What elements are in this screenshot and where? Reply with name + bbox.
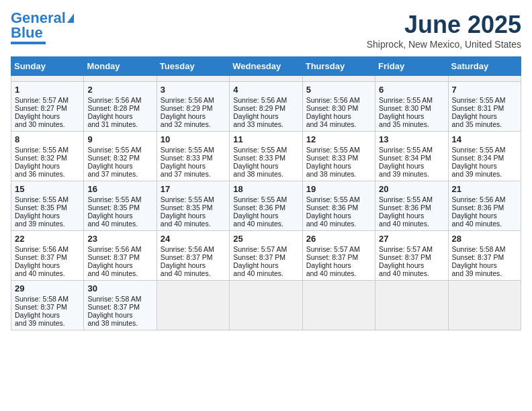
table-row: 24Sunrise: 5:56 AMSunset: 8:37 PMDayligh… — [157, 231, 229, 281]
table-row: 8Sunrise: 5:55 AMSunset: 8:32 PMDaylight… — [11, 132, 84, 181]
table-row — [302, 76, 375, 82]
sunrise-text: Sunrise: 5:55 AM — [15, 146, 80, 154]
daylight-value: and 40 minutes. — [379, 220, 444, 228]
col-wednesday: Wednesday — [230, 57, 302, 76]
day-number: 14 — [452, 134, 517, 144]
sunset-text: Sunset: 8:36 PM — [379, 203, 444, 212]
sunrise-text: Sunrise: 5:58 AM — [452, 245, 517, 253]
table-row: 11Sunrise: 5:55 AMSunset: 8:33 PMDayligh… — [230, 132, 302, 181]
day-number: 27 — [379, 234, 444, 244]
table-row: 16Sunrise: 5:55 AMSunset: 8:35 PMDayligh… — [84, 181, 157, 231]
daylight-value: and 33 minutes. — [233, 120, 298, 128]
table-row: 13Sunrise: 5:55 AMSunset: 8:34 PMDayligh… — [375, 132, 448, 181]
table-row: 17Sunrise: 5:55 AMSunset: 8:35 PMDayligh… — [157, 181, 229, 231]
sunset-text: Sunset: 8:36 PM — [452, 203, 517, 212]
daylight-value: and 40 minutes. — [306, 269, 371, 277]
daylight-label: Daylight hours — [161, 162, 226, 170]
daylight-label: Daylight hours — [15, 162, 80, 170]
col-friday: Friday — [375, 57, 448, 76]
day-number: 21 — [452, 184, 517, 194]
sunrise-text: Sunrise: 5:56 AM — [306, 96, 371, 104]
table-row: 9Sunrise: 5:55 AMSunset: 8:32 PMDaylight… — [84, 132, 157, 181]
logo: General Blue — [11, 11, 74, 44]
table-row: 4Sunrise: 5:56 AMSunset: 8:29 PMDaylight… — [230, 82, 302, 132]
day-number: 12 — [306, 134, 371, 144]
table-row — [157, 76, 229, 82]
day-number: 25 — [233, 234, 298, 244]
sunset-text: Sunset: 8:37 PM — [306, 253, 371, 261]
sunset-text: Sunset: 8:32 PM — [87, 154, 152, 162]
sunrise-text: Sunrise: 5:55 AM — [379, 96, 444, 104]
daylight-value: and 40 minutes. — [452, 220, 517, 228]
daylight-label: Daylight hours — [233, 112, 298, 120]
daylight-label: Daylight hours — [379, 112, 444, 120]
table-row — [375, 281, 448, 330]
day-number: 17 — [161, 184, 226, 194]
logo-triangle-icon — [67, 13, 74, 23]
sunrise-text: Sunrise: 5:55 AM — [379, 195, 444, 203]
table-row — [230, 76, 302, 82]
daylight-label: Daylight hours — [306, 162, 371, 170]
sunrise-text: Sunrise: 5:56 AM — [15, 245, 80, 253]
daylight-label: Daylight hours — [233, 212, 298, 220]
table-row: 12Sunrise: 5:55 AMSunset: 8:33 PMDayligh… — [302, 132, 375, 181]
day-number: 15 — [15, 184, 80, 194]
day-number: 22 — [15, 234, 80, 244]
sunset-text: Sunset: 8:37 PM — [452, 253, 517, 261]
sunrise-text: Sunrise: 5:55 AM — [161, 146, 226, 154]
sunset-text: Sunset: 8:29 PM — [161, 104, 226, 112]
table-row: 29Sunrise: 5:58 AMSunset: 8:37 PMDayligh… — [11, 281, 84, 330]
sunset-text: Sunset: 8:36 PM — [233, 203, 298, 212]
day-number: 28 — [452, 234, 517, 244]
daylight-value: and 31 minutes. — [87, 120, 152, 128]
header-row: Sunday Monday Tuesday Wednesday Thursday… — [11, 57, 521, 76]
daylight-label: Daylight hours — [161, 212, 226, 220]
sunrise-text: Sunrise: 5:57 AM — [15, 96, 80, 104]
sunset-text: Sunset: 8:30 PM — [379, 104, 444, 112]
page-header: General Blue June 2025 Shiprock, New Mex… — [11, 11, 521, 50]
daylight-value: and 36 minutes. — [15, 170, 80, 178]
calendar-body: 1Sunrise: 5:57 AMSunset: 8:27 PMDaylight… — [11, 76, 521, 330]
day-number: 3 — [161, 85, 226, 95]
day-number: 29 — [15, 283, 80, 293]
table-row: 19Sunrise: 5:55 AMSunset: 8:36 PMDayligh… — [302, 181, 375, 231]
sunset-text: Sunset: 8:34 PM — [379, 154, 444, 162]
sunset-text: Sunset: 8:30 PM — [306, 104, 371, 112]
daylight-value: and 40 minutes. — [15, 269, 80, 277]
table-row: 21Sunrise: 5:56 AMSunset: 8:36 PMDayligh… — [448, 181, 521, 231]
col-monday: Monday — [84, 57, 157, 76]
daylight-value: and 39 minutes. — [452, 269, 517, 277]
sunset-text: Sunset: 8:35 PM — [87, 203, 152, 212]
table-row: 3Sunrise: 5:56 AMSunset: 8:29 PMDaylight… — [157, 82, 229, 132]
table-row: 15Sunrise: 5:55 AMSunset: 8:35 PMDayligh… — [11, 181, 84, 231]
calendar-row — [11, 76, 521, 82]
sunset-text: Sunset: 8:37 PM — [15, 303, 80, 311]
daylight-value: and 40 minutes. — [233, 220, 298, 228]
daylight-label: Daylight hours — [306, 112, 371, 120]
calendar-row: 1Sunrise: 5:57 AMSunset: 8:27 PMDaylight… — [11, 82, 521, 132]
logo-blue-text: Blue — [11, 26, 43, 40]
daylight-label: Daylight hours — [87, 212, 152, 220]
table-row — [11, 76, 84, 82]
day-number: 11 — [233, 134, 298, 144]
sunset-text: Sunset: 8:29 PM — [233, 104, 298, 112]
table-row: 30Sunrise: 5:58 AMSunset: 8:37 PMDayligh… — [84, 281, 157, 330]
calendar-row: 8Sunrise: 5:55 AMSunset: 8:32 PMDaylight… — [11, 132, 521, 181]
daylight-label: Daylight hours — [87, 162, 152, 170]
calendar-row: 22Sunrise: 5:56 AMSunset: 8:37 PMDayligh… — [11, 231, 521, 281]
sunset-text: Sunset: 8:32 PM — [15, 154, 80, 162]
daylight-label: Daylight hours — [306, 261, 371, 269]
sunrise-text: Sunrise: 5:55 AM — [161, 195, 226, 203]
sunrise-text: Sunrise: 5:57 AM — [306, 245, 371, 253]
table-row: 7Sunrise: 5:55 AMSunset: 8:31 PMDaylight… — [448, 82, 521, 132]
sunset-text: Sunset: 8:37 PM — [379, 253, 444, 261]
sunrise-text: Sunrise: 5:55 AM — [452, 96, 517, 104]
sunrise-text: Sunrise: 5:55 AM — [233, 195, 298, 203]
table-row: 14Sunrise: 5:55 AMSunset: 8:34 PMDayligh… — [448, 132, 521, 181]
table-row: 1Sunrise: 5:57 AMSunset: 8:27 PMDaylight… — [11, 82, 84, 132]
day-number: 6 — [379, 85, 444, 95]
daylight-label: Daylight hours — [452, 162, 517, 170]
sunrise-text: Sunrise: 5:56 AM — [233, 96, 298, 104]
daylight-value: and 39 minutes. — [379, 170, 444, 178]
sunrise-text: Sunrise: 5:55 AM — [379, 146, 444, 154]
